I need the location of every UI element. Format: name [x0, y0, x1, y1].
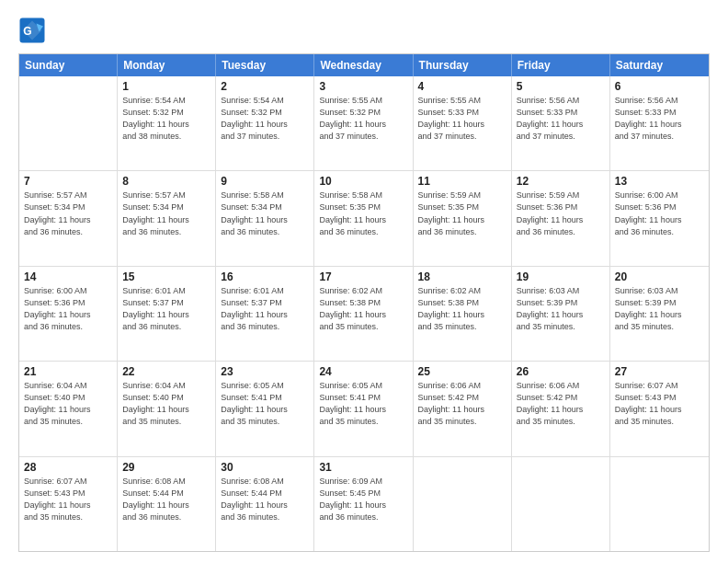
day-number: 21: [24, 365, 112, 378]
day-info: Sunrise: 5:55 AMSunset: 5:33 PMDaylight:…: [418, 95, 506, 143]
day-cell-14: 14Sunrise: 6:00 AMSunset: 5:36 PMDayligh…: [19, 267, 118, 361]
day-info: Sunrise: 6:01 AMSunset: 5:37 PMDaylight:…: [122, 285, 210, 333]
day-cell-11: 11Sunrise: 5:59 AMSunset: 5:35 PMDayligh…: [414, 171, 512, 265]
day-info: Sunrise: 6:00 AMSunset: 5:36 PMDaylight:…: [615, 190, 704, 237]
day-number: 29: [122, 461, 210, 474]
header-day-saturday: Saturday: [610, 54, 709, 76]
day-number: 13: [615, 175, 704, 188]
logo: G: [18, 17, 50, 44]
day-cell-7: 7Sunrise: 5:57 AMSunset: 5:34 PMDaylight…: [19, 171, 118, 265]
day-number: 8: [122, 175, 210, 188]
day-info: Sunrise: 5:55 AMSunset: 5:32 PMDaylight:…: [319, 95, 407, 143]
day-number: 27: [615, 365, 704, 378]
day-info: Sunrise: 5:59 AMSunset: 5:35 PMDaylight:…: [418, 190, 506, 237]
day-cell-25: 25Sunrise: 6:06 AMSunset: 5:42 PMDayligh…: [414, 362, 512, 455]
day-cell-1: 1Sunrise: 5:54 AMSunset: 5:32 PMDaylight…: [118, 76, 216, 170]
day-number: 6: [615, 80, 704, 93]
day-cell-17: 17Sunrise: 6:02 AMSunset: 5:38 PMDayligh…: [314, 267, 413, 361]
day-cell-6: 6Sunrise: 5:56 AMSunset: 5:33 PMDaylight…: [610, 76, 709, 170]
calendar-body: 1Sunrise: 5:54 AMSunset: 5:32 PMDaylight…: [19, 76, 709, 551]
calendar-row-1: 1Sunrise: 5:54 AMSunset: 5:32 PMDaylight…: [19, 76, 709, 171]
day-info: Sunrise: 6:07 AMSunset: 5:43 PMDaylight:…: [615, 380, 704, 428]
day-cell-4: 4Sunrise: 5:55 AMSunset: 5:33 PMDaylight…: [414, 76, 512, 170]
calendar-row-3: 14Sunrise: 6:00 AMSunset: 5:36 PMDayligh…: [19, 267, 709, 362]
day-number: 24: [319, 365, 407, 378]
day-number: 16: [221, 270, 309, 283]
day-cell-19: 19Sunrise: 6:03 AMSunset: 5:39 PMDayligh…: [512, 267, 610, 361]
day-info: Sunrise: 6:02 AMSunset: 5:38 PMDaylight:…: [319, 285, 407, 333]
calendar-header: SundayMondayTuesdayWednesdayThursdayFrid…: [19, 54, 709, 76]
day-number: 2: [221, 80, 309, 93]
day-cell-16: 16Sunrise: 6:01 AMSunset: 5:37 PMDayligh…: [216, 267, 314, 361]
calendar: SundayMondayTuesdayWednesdayThursdayFrid…: [18, 53, 710, 552]
day-cell-30: 30Sunrise: 6:08 AMSunset: 5:44 PMDayligh…: [216, 457, 314, 551]
day-cell-empty: [414, 457, 512, 551]
day-cell-29: 29Sunrise: 6:08 AMSunset: 5:44 PMDayligh…: [118, 457, 216, 551]
day-cell-18: 18Sunrise: 6:02 AMSunset: 5:38 PMDayligh…: [414, 267, 512, 361]
day-info: Sunrise: 6:07 AMSunset: 5:43 PMDaylight:…: [24, 476, 112, 523]
day-cell-5: 5Sunrise: 5:56 AMSunset: 5:33 PMDaylight…: [512, 76, 610, 170]
day-number: 10: [319, 175, 407, 188]
day-number: 28: [24, 461, 112, 474]
day-info: Sunrise: 6:05 AMSunset: 5:41 PMDaylight:…: [221, 380, 309, 428]
day-info: Sunrise: 5:57 AMSunset: 5:34 PMDaylight:…: [24, 190, 112, 237]
logo-icon: G: [18, 17, 46, 44]
day-cell-15: 15Sunrise: 6:01 AMSunset: 5:37 PMDayligh…: [118, 267, 216, 361]
day-cell-27: 27Sunrise: 6:07 AMSunset: 5:43 PMDayligh…: [610, 362, 709, 455]
day-info: Sunrise: 6:05 AMSunset: 5:41 PMDaylight:…: [319, 380, 407, 428]
day-cell-12: 12Sunrise: 5:59 AMSunset: 5:36 PMDayligh…: [512, 171, 610, 265]
day-cell-8: 8Sunrise: 5:57 AMSunset: 5:34 PMDaylight…: [118, 171, 216, 265]
day-info: Sunrise: 6:08 AMSunset: 5:44 PMDaylight:…: [221, 476, 309, 523]
day-number: 12: [517, 175, 605, 188]
day-number: 17: [319, 270, 407, 283]
day-cell-13: 13Sunrise: 6:00 AMSunset: 5:36 PMDayligh…: [610, 171, 709, 265]
header-day-sunday: Sunday: [19, 54, 118, 76]
day-info: Sunrise: 5:59 AMSunset: 5:36 PMDaylight:…: [517, 190, 605, 237]
page: G SundayMondayTuesdayWednesdayThursdayFr…: [0, 0, 728, 563]
header-day-monday: Monday: [118, 54, 216, 76]
day-number: 7: [24, 175, 112, 188]
day-number: 30: [221, 461, 309, 474]
day-info: Sunrise: 6:01 AMSunset: 5:37 PMDaylight:…: [221, 285, 309, 333]
day-cell-2: 2Sunrise: 5:54 AMSunset: 5:32 PMDaylight…: [216, 76, 314, 170]
day-cell-empty: [19, 76, 118, 170]
day-info: Sunrise: 5:56 AMSunset: 5:33 PMDaylight:…: [615, 95, 704, 143]
day-cell-10: 10Sunrise: 5:58 AMSunset: 5:35 PMDayligh…: [314, 171, 413, 265]
day-cell-31: 31Sunrise: 6:09 AMSunset: 5:45 PMDayligh…: [314, 457, 413, 551]
day-number: 18: [418, 270, 506, 283]
day-number: 5: [517, 80, 605, 93]
day-number: 4: [418, 80, 506, 93]
header-day-wednesday: Wednesday: [314, 54, 413, 76]
header-day-friday: Friday: [512, 54, 610, 76]
calendar-row-2: 7Sunrise: 5:57 AMSunset: 5:34 PMDaylight…: [19, 171, 709, 266]
day-number: 19: [517, 270, 605, 283]
header-day-tuesday: Tuesday: [216, 54, 314, 76]
calendar-row-5: 28Sunrise: 6:07 AMSunset: 5:43 PMDayligh…: [19, 457, 709, 551]
day-number: 11: [418, 175, 506, 188]
day-info: Sunrise: 5:54 AMSunset: 5:32 PMDaylight:…: [122, 95, 210, 143]
day-cell-28: 28Sunrise: 6:07 AMSunset: 5:43 PMDayligh…: [19, 457, 118, 551]
day-cell-empty: [610, 457, 709, 551]
day-info: Sunrise: 5:54 AMSunset: 5:32 PMDaylight:…: [221, 95, 309, 143]
day-cell-3: 3Sunrise: 5:55 AMSunset: 5:32 PMDaylight…: [314, 76, 413, 170]
day-cell-22: 22Sunrise: 6:04 AMSunset: 5:40 PMDayligh…: [118, 362, 216, 455]
day-cell-20: 20Sunrise: 6:03 AMSunset: 5:39 PMDayligh…: [610, 267, 709, 361]
day-info: Sunrise: 6:02 AMSunset: 5:38 PMDaylight:…: [418, 285, 506, 333]
day-info: Sunrise: 6:06 AMSunset: 5:42 PMDaylight:…: [517, 380, 605, 428]
svg-text:G: G: [23, 25, 31, 38]
day-number: 3: [319, 80, 407, 93]
header: G: [18, 17, 710, 44]
day-info: Sunrise: 6:08 AMSunset: 5:44 PMDaylight:…: [122, 476, 210, 523]
day-info: Sunrise: 6:09 AMSunset: 5:45 PMDaylight:…: [319, 476, 407, 523]
day-info: Sunrise: 5:56 AMSunset: 5:33 PMDaylight:…: [517, 95, 605, 143]
day-info: Sunrise: 6:03 AMSunset: 5:39 PMDaylight:…: [615, 285, 704, 333]
day-number: 14: [24, 270, 112, 283]
day-number: 25: [418, 365, 506, 378]
day-cell-empty: [512, 457, 610, 551]
day-info: Sunrise: 6:06 AMSunset: 5:42 PMDaylight:…: [418, 380, 506, 428]
day-cell-23: 23Sunrise: 6:05 AMSunset: 5:41 PMDayligh…: [216, 362, 314, 455]
day-cell-9: 9Sunrise: 5:58 AMSunset: 5:34 PMDaylight…: [216, 171, 314, 265]
day-cell-26: 26Sunrise: 6:06 AMSunset: 5:42 PMDayligh…: [512, 362, 610, 455]
header-day-thursday: Thursday: [414, 54, 512, 76]
day-cell-21: 21Sunrise: 6:04 AMSunset: 5:40 PMDayligh…: [19, 362, 118, 455]
